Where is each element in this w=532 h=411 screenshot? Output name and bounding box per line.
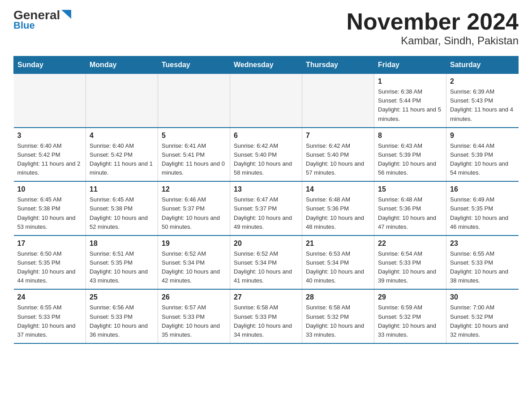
table-row: 27Sunrise: 6:58 AMSunset: 5:33 PMDayligh…: [230, 289, 302, 343]
day-info: Sunrise: 6:58 AMSunset: 5:33 PMDaylight:…: [234, 303, 298, 339]
calendar-week-row: 17Sunrise: 6:50 AMSunset: 5:35 PMDayligh…: [14, 235, 519, 290]
day-info: Sunrise: 6:52 AMSunset: 5:34 PMDaylight:…: [234, 249, 298, 286]
table-row: 13Sunrise: 6:47 AMSunset: 5:37 PMDayligh…: [230, 181, 302, 235]
calendar-title-block: November 2024 Kambar, Sindh, Pakistan: [347, 9, 519, 47]
table-row: 23Sunrise: 6:55 AMSunset: 5:33 PMDayligh…: [446, 235, 519, 290]
day-number: 18: [90, 240, 154, 248]
table-row: 7Sunrise: 6:42 AMSunset: 5:40 PMDaylight…: [302, 128, 374, 182]
table-row: [302, 74, 374, 128]
table-row: 8Sunrise: 6:43 AMSunset: 5:39 PMDaylight…: [374, 128, 446, 182]
day-number: 1: [378, 77, 442, 86]
page-header: General Blue November 2024 Kambar, Sindh…: [13, 9, 519, 47]
day-info: Sunrise: 6:54 AMSunset: 5:33 PMDaylight:…: [378, 249, 442, 286]
svg-marker-0: [61, 10, 71, 19]
table-row: 26Sunrise: 6:57 AMSunset: 5:33 PMDayligh…: [158, 289, 230, 343]
table-row: 28Sunrise: 6:58 AMSunset: 5:32 PMDayligh…: [302, 289, 374, 343]
table-row: 22Sunrise: 6:54 AMSunset: 5:33 PMDayligh…: [374, 235, 446, 290]
day-info: Sunrise: 6:59 AMSunset: 5:32 PMDaylight:…: [378, 303, 442, 339]
table-row: 11Sunrise: 6:45 AMSunset: 5:38 PMDayligh…: [86, 181, 158, 235]
day-info: Sunrise: 6:53 AMSunset: 5:34 PMDaylight:…: [306, 249, 370, 286]
calendar-week-row: 3Sunrise: 6:40 AMSunset: 5:42 PMDaylight…: [14, 128, 519, 182]
day-number: 21: [306, 240, 370, 248]
day-info: Sunrise: 6:42 AMSunset: 5:40 PMDaylight:…: [306, 141, 370, 178]
header-thursday: Thursday: [302, 56, 374, 74]
day-number: 9: [450, 132, 515, 140]
day-number: 14: [306, 185, 370, 193]
logo-triangle-icon: [61, 10, 71, 19]
table-row: 9Sunrise: 6:44 AMSunset: 5:39 PMDaylight…: [446, 128, 519, 182]
day-number: 25: [90, 293, 154, 301]
day-info: Sunrise: 6:40 AMSunset: 5:42 PMDaylight:…: [17, 141, 82, 178]
calendar-week-row: 24Sunrise: 6:55 AMSunset: 5:33 PMDayligh…: [14, 289, 519, 343]
day-number: 30: [450, 293, 515, 301]
day-info: Sunrise: 6:52 AMSunset: 5:34 PMDaylight:…: [162, 249, 226, 286]
header-wednesday: Wednesday: [230, 56, 302, 74]
day-number: 10: [17, 185, 82, 193]
header-sunday: Sunday: [14, 56, 86, 74]
day-number: 8: [378, 132, 442, 140]
day-info: Sunrise: 6:48 AMSunset: 5:36 PMDaylight:…: [306, 195, 370, 231]
day-number: 16: [450, 185, 515, 193]
day-number: 22: [378, 240, 442, 248]
day-info: Sunrise: 6:47 AMSunset: 5:37 PMDaylight:…: [234, 195, 298, 231]
table-row: [230, 74, 302, 128]
day-info: Sunrise: 6:46 AMSunset: 5:37 PMDaylight:…: [162, 195, 226, 231]
table-row: 3Sunrise: 6:40 AMSunset: 5:42 PMDaylight…: [14, 128, 86, 182]
table-row: 2Sunrise: 6:39 AMSunset: 5:43 PMDaylight…: [446, 74, 519, 128]
table-row: 25Sunrise: 6:56 AMSunset: 5:33 PMDayligh…: [86, 289, 158, 343]
table-row: 19Sunrise: 6:52 AMSunset: 5:34 PMDayligh…: [158, 235, 230, 290]
table-row: 5Sunrise: 6:41 AMSunset: 5:41 PMDaylight…: [158, 128, 230, 182]
day-number: 4: [90, 132, 154, 140]
table-row: 16Sunrise: 6:49 AMSunset: 5:35 PMDayligh…: [446, 181, 519, 235]
day-info: Sunrise: 6:58 AMSunset: 5:32 PMDaylight:…: [306, 303, 370, 339]
logo-text-blue: Blue: [13, 20, 35, 31]
day-number: 24: [17, 293, 82, 301]
day-info: Sunrise: 6:50 AMSunset: 5:35 PMDaylight:…: [17, 249, 82, 286]
calendar-week-row: 10Sunrise: 6:45 AMSunset: 5:38 PMDayligh…: [14, 181, 519, 235]
day-info: Sunrise: 6:38 AMSunset: 5:44 PMDaylight:…: [378, 87, 442, 124]
day-number: 2: [450, 77, 515, 86]
table-row: 12Sunrise: 6:46 AMSunset: 5:37 PMDayligh…: [158, 181, 230, 235]
table-row: 18Sunrise: 6:51 AMSunset: 5:35 PMDayligh…: [86, 235, 158, 290]
header-friday: Friday: [374, 56, 446, 74]
table-row: 30Sunrise: 7:00 AMSunset: 5:32 PMDayligh…: [446, 289, 519, 343]
day-info: Sunrise: 6:56 AMSunset: 5:33 PMDaylight:…: [90, 303, 154, 339]
table-row: 29Sunrise: 6:59 AMSunset: 5:32 PMDayligh…: [374, 289, 446, 343]
table-row: 14Sunrise: 6:48 AMSunset: 5:36 PMDayligh…: [302, 181, 374, 235]
day-number: 28: [306, 293, 370, 301]
logo: General Blue: [13, 9, 71, 31]
day-info: Sunrise: 6:51 AMSunset: 5:35 PMDaylight:…: [90, 249, 154, 286]
header-saturday: Saturday: [446, 56, 519, 74]
day-info: Sunrise: 6:57 AMSunset: 5:33 PMDaylight:…: [162, 303, 226, 339]
day-number: 29: [378, 293, 442, 301]
calendar-location: Kambar, Sindh, Pakistan: [347, 34, 519, 47]
day-number: 27: [234, 293, 298, 301]
table-row: [14, 74, 86, 128]
day-info: Sunrise: 6:41 AMSunset: 5:41 PMDaylight:…: [162, 141, 226, 178]
day-number: 7: [306, 132, 370, 140]
day-number: 13: [234, 185, 298, 193]
day-number: 17: [17, 240, 82, 248]
table-row: 21Sunrise: 6:53 AMSunset: 5:34 PMDayligh…: [302, 235, 374, 290]
day-info: Sunrise: 6:43 AMSunset: 5:39 PMDaylight:…: [378, 141, 442, 178]
day-info: Sunrise: 6:55 AMSunset: 5:33 PMDaylight:…: [450, 249, 515, 286]
table-row: 17Sunrise: 6:50 AMSunset: 5:35 PMDayligh…: [14, 235, 86, 290]
day-number: 20: [234, 240, 298, 248]
table-row: 15Sunrise: 6:48 AMSunset: 5:36 PMDayligh…: [374, 181, 446, 235]
calendar-month-year: November 2024: [347, 9, 519, 34]
day-number: 23: [450, 240, 515, 248]
day-number: 11: [90, 185, 154, 193]
header-monday: Monday: [86, 56, 158, 74]
day-info: Sunrise: 6:42 AMSunset: 5:40 PMDaylight:…: [234, 141, 298, 178]
table-row: 1Sunrise: 6:38 AMSunset: 5:44 PMDaylight…: [374, 74, 446, 128]
calendar-table: Sunday Monday Tuesday Wednesday Thursday…: [13, 56, 519, 344]
day-info: Sunrise: 6:44 AMSunset: 5:39 PMDaylight:…: [450, 141, 515, 178]
day-info: Sunrise: 6:49 AMSunset: 5:35 PMDaylight:…: [450, 195, 515, 231]
day-info: Sunrise: 6:48 AMSunset: 5:36 PMDaylight:…: [378, 195, 442, 231]
table-row: 4Sunrise: 6:40 AMSunset: 5:42 PMDaylight…: [86, 128, 158, 182]
day-info: Sunrise: 6:40 AMSunset: 5:42 PMDaylight:…: [90, 141, 154, 178]
table-row: [158, 74, 230, 128]
day-number: 15: [378, 185, 442, 193]
day-number: 6: [234, 132, 298, 140]
calendar-week-row: 1Sunrise: 6:38 AMSunset: 5:44 PMDaylight…: [14, 74, 519, 128]
